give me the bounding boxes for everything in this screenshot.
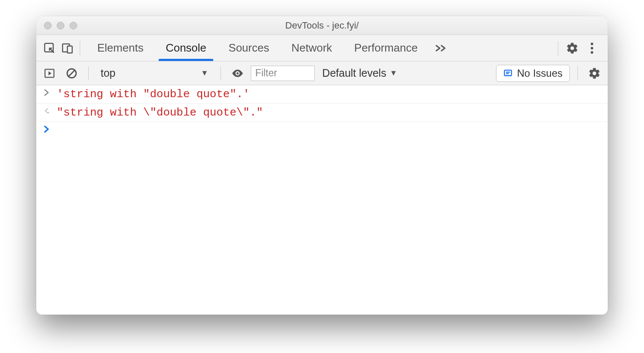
tab-elements[interactable]: Elements — [86, 35, 154, 61]
context-label: top — [101, 67, 116, 79]
live-expression-icon[interactable] — [229, 64, 247, 82]
tab-network[interactable]: Network — [280, 35, 343, 61]
svg-point-4 — [591, 47, 593, 49]
zoom-window-button[interactable] — [70, 22, 77, 29]
svg-point-3 — [591, 43, 593, 45]
inspect-element-icon[interactable] — [41, 39, 58, 57]
panel-tabs: Elements Console Sources Network Perform… — [86, 35, 429, 61]
chevron-down-icon: ▼ — [390, 69, 397, 78]
toggle-sidebar-icon[interactable] — [41, 64, 58, 82]
levels-label: Default levels — [322, 67, 386, 79]
console-toolbar: top ▼ Default levels ▼ — [36, 61, 608, 85]
console-output-row: "string with \"double quote\"." — [36, 104, 608, 122]
window-titlebar: DevTools - jec.fyi/ — [36, 16, 608, 35]
tab-label: Network — [291, 41, 332, 55]
output-chevron-icon — [42, 106, 51, 115]
console-settings-icon[interactable] — [586, 64, 603, 82]
svg-line-8 — [69, 70, 75, 76]
issues-label: No Issues — [517, 67, 563, 79]
console-input-text: 'string with "double quote".' — [57, 88, 249, 101]
tab-label: Elements — [97, 41, 143, 55]
device-toolbar-icon[interactable] — [58, 39, 76, 57]
divider — [80, 41, 80, 55]
kebab-menu-icon[interactable] — [583, 39, 601, 57]
window-controls — [36, 22, 77, 29]
tab-label: Console — [165, 41, 206, 55]
divider — [558, 41, 558, 55]
tab-label: Performance — [354, 41, 418, 55]
prompt-chevron-icon — [42, 124, 51, 133]
console-prompt-row[interactable] — [36, 122, 608, 136]
divider — [88, 66, 89, 81]
filter-input[interactable] — [251, 66, 315, 81]
chevron-down-icon: ▼ — [201, 69, 209, 78]
log-levels-selector[interactable]: Default levels ▼ — [319, 67, 401, 79]
svg-rect-10 — [505, 70, 512, 75]
clear-console-icon[interactable] — [63, 64, 81, 82]
issues-button[interactable]: No Issues — [496, 65, 570, 82]
tab-label: Sources — [229, 41, 269, 55]
tab-console[interactable]: Console — [154, 35, 217, 61]
issues-icon — [503, 69, 513, 78]
settings-icon[interactable] — [563, 39, 581, 57]
input-chevron-icon — [42, 88, 51, 96]
svg-rect-2 — [67, 46, 72, 53]
svg-point-9 — [236, 72, 238, 74]
console-input-row: 'string with "double quote".' — [36, 85, 608, 104]
close-window-button[interactable] — [44, 22, 52, 29]
devtools-window: DevTools - jec.fyi/ Elements Console S — [36, 16, 608, 315]
svg-point-13 — [48, 112, 49, 113]
context-selector[interactable]: top ▼ — [96, 67, 213, 79]
window-title: DevTools - jec.fyi/ — [36, 20, 608, 31]
more-tabs-button[interactable] — [429, 44, 453, 52]
console-body[interactable]: 'string with "double quote".' "string wi… — [36, 85, 608, 315]
tab-performance[interactable]: Performance — [343, 35, 429, 61]
console-output-text: "string with \"double quote\"." — [57, 106, 263, 119]
main-toolbar: Elements Console Sources Network Perform… — [36, 35, 608, 61]
divider — [220, 66, 221, 81]
divider — [577, 66, 578, 81]
minimize-window-button[interactable] — [57, 22, 64, 29]
tab-sources[interactable]: Sources — [218, 35, 280, 61]
svg-point-5 — [591, 51, 593, 54]
